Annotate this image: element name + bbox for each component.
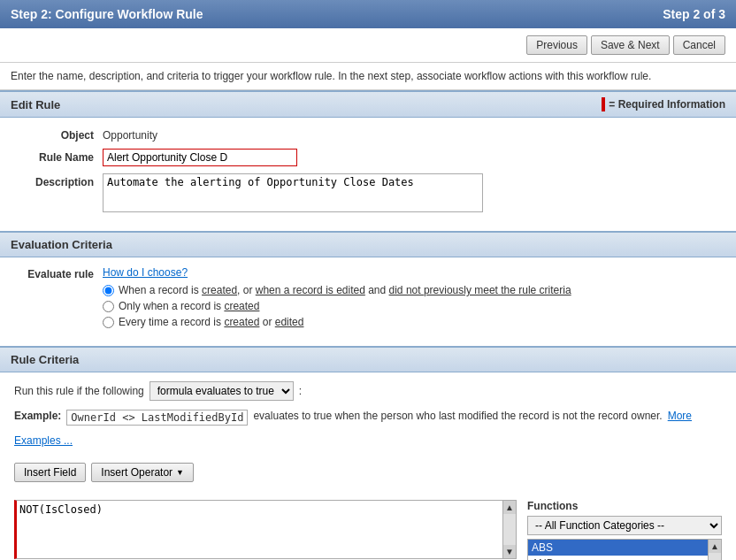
- evaluate-rule-label: Evaluate rule: [14, 266, 103, 280]
- radio-option-3-label: Every time a record is created or edited: [119, 316, 303, 328]
- info-text: Enter the name, description, and criteri…: [0, 63, 736, 90]
- formula-buttons-row: Insert Field Insert Operator ▼: [14, 463, 722, 482]
- formula-left-col: NOT(IsClosed) ▲ ▼: [14, 500, 517, 560]
- page-title: Step 2: Configure Workflow Rule: [11, 7, 203, 21]
- edit-rule-header: Edit Rule = Required Information: [0, 90, 736, 118]
- formula-scrollbar: ▲ ▼: [502, 501, 516, 558]
- rule-criteria-header: Rule Criteria: [0, 346, 736, 372]
- run-prefix-text: Run this rule if the following: [14, 385, 144, 397]
- functions-list: ABS AND BEGINS: [528, 540, 721, 560]
- functions-category-row: -- All Function Categories --: [527, 516, 722, 535]
- formula-select[interactable]: formula evaluates to true: [150, 381, 294, 401]
- evaluation-criteria-area: Evaluate rule How do I choose? When a re…: [0, 257, 736, 346]
- run-suffix-text: :: [299, 385, 302, 397]
- function-item-abs[interactable]: ABS: [528, 540, 721, 556]
- edit-rule-form: Object Opportunity Rule Name Description…: [0, 118, 736, 231]
- formula-scroll-up[interactable]: ▲: [503, 501, 516, 514]
- dropdown-arrow-icon: ▼: [176, 468, 184, 477]
- step-indicator: Step 2 of 3: [663, 7, 725, 21]
- radio-option-2: Only when a record is created: [103, 300, 722, 312]
- radio-option-1-label: When a record is created, or when a reco…: [119, 284, 571, 296]
- object-value: Opportunity: [103, 127, 157, 142]
- functions-area: Functions -- All Function Categories -- …: [527, 500, 722, 560]
- rule-criteria-title: Rule Criteria: [11, 353, 79, 366]
- evaluation-criteria-header: Evaluation Criteria: [0, 231, 736, 257]
- insert-operator-label: Insert Operator: [101, 466, 172, 479]
- rule-name-row: Rule Name: [14, 149, 722, 166]
- functions-scrollbar: ▲ ▼: [708, 540, 721, 560]
- radio-option-1-input[interactable]: [103, 285, 114, 296]
- example-code: OwnerId <> LastModifiedById: [66, 410, 248, 426]
- functions-label: Functions: [527, 500, 722, 512]
- action-bar: Previous Save & Next Cancel: [0, 28, 736, 63]
- save-next-button[interactable]: Save & Next: [591, 35, 670, 55]
- rule-criteria-area: Run this rule if the following formula e…: [0, 372, 736, 500]
- cancel-button[interactable]: Cancel: [673, 35, 725, 55]
- object-row: Object Opportunity: [14, 127, 722, 142]
- more-link[interactable]: More: [668, 410, 692, 422]
- previous-button[interactable]: Previous: [526, 35, 587, 55]
- radio-option-1: When a record is created, or when a reco…: [103, 284, 722, 296]
- radio-option-2-label: Only when a record is created: [119, 300, 259, 312]
- rule-name-label: Rule Name: [14, 149, 103, 164]
- run-rule-row: Run this rule if the following formula e…: [14, 381, 722, 401]
- object-label: Object: [14, 127, 103, 142]
- evaluate-rule-row: Evaluate rule How do I choose? When a re…: [14, 266, 722, 332]
- rule-name-input[interactable]: [103, 149, 297, 166]
- insert-operator-button[interactable]: Insert Operator ▼: [91, 463, 194, 482]
- bottom-area: NOT(IsClosed) ▲ ▼ Functions -- All Funct…: [0, 500, 736, 560]
- evaluation-criteria-title: Evaluation Criteria: [11, 238, 112, 251]
- description-label: Description: [14, 173, 103, 188]
- how-do-i-choose-link[interactable]: How do I choose?: [103, 266, 188, 279]
- edit-rule-title: Edit Rule: [11, 98, 60, 111]
- description-row: Description Automate the alerting of Opp…: [14, 173, 722, 215]
- page-header: Step 2: Configure Workflow Rule Step 2 o…: [0, 0, 736, 28]
- radio-option-3-input[interactable]: [103, 317, 114, 328]
- required-info-text: = Required Information: [609, 98, 725, 111]
- description-textarea[interactable]: Automate the alerting of Opportunity Clo…: [103, 173, 483, 212]
- description-wrapper: Automate the alerting of Opportunity Clo…: [103, 173, 483, 215]
- required-bar-icon: [602, 97, 605, 111]
- required-info: = Required Information: [602, 97, 725, 111]
- example-text: evaluates to true when the person who la…: [253, 410, 662, 422]
- example-label: Example:: [14, 410, 61, 422]
- radio-option-3: Every time a record is created or edited: [103, 316, 722, 328]
- radio-option-2-input[interactable]: [103, 301, 114, 312]
- functions-category-select[interactable]: -- All Function Categories --: [527, 516, 722, 535]
- insert-field-button[interactable]: Insert Field: [14, 463, 86, 482]
- function-item-and[interactable]: AND: [528, 556, 721, 560]
- formula-textarea-wrapper: NOT(IsClosed) ▲ ▼: [14, 500, 517, 559]
- formula-scroll-down[interactable]: ▼: [503, 545, 516, 558]
- examples-link[interactable]: Examples ...: [14, 434, 722, 447]
- formula-textarea[interactable]: NOT(IsClosed): [17, 501, 516, 556]
- example-row: Example: OwnerId <> LastModifiedById eva…: [14, 410, 722, 426]
- functions-list-wrapper: ABS AND BEGINS ▲ ▼: [527, 539, 722, 560]
- functions-scroll-up[interactable]: ▲: [709, 540, 721, 553]
- evaluate-rule-content: How do I choose? When a record is create…: [103, 266, 722, 332]
